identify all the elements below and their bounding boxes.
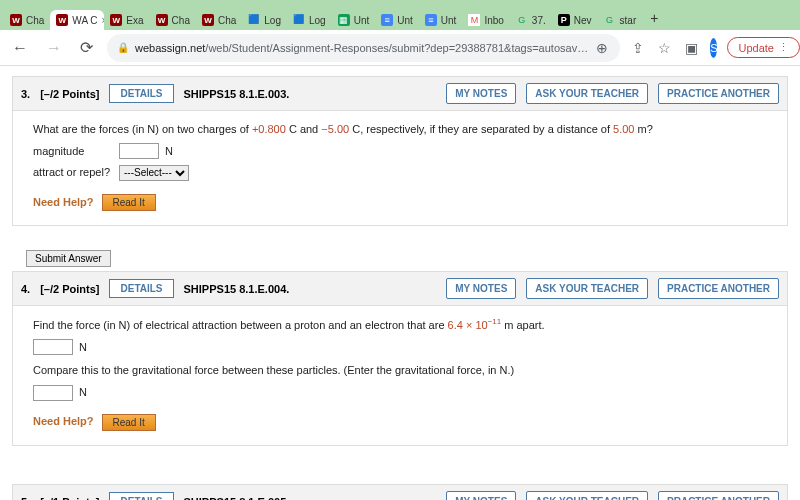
back-button[interactable]: ←: [8, 37, 32, 59]
question-points: [–/2 Points]: [40, 283, 99, 295]
tab-12[interactable]: PNev: [552, 10, 598, 30]
page-content: 3. [–/2 Points] DETAILS SHIPPS15 8.1.E.0…: [0, 66, 800, 500]
question-header: 5. [–/1 Points] DETAILS SHIPPS15 8.1.E.0…: [13, 485, 787, 500]
tab-2[interactable]: WExa: [104, 10, 149, 30]
details-button[interactable]: DETAILS: [109, 279, 173, 298]
question-prompt-line2: Compare this to the gravitational force …: [33, 362, 767, 380]
magnitude-input[interactable]: [119, 143, 159, 159]
tab-label: Log: [264, 15, 281, 26]
favicon-loggerpro-icon: 🟦: [293, 14, 305, 26]
unit-n: N: [79, 339, 87, 357]
ask-teacher-button[interactable]: ASK YOUR TEACHER: [526, 278, 648, 299]
extensions-icon[interactable]: ▣: [683, 38, 700, 58]
favicon-sheets-icon: ▦: [338, 14, 350, 26]
tab-13[interactable]: Gstar: [598, 10, 643, 30]
question-number: 5.: [21, 496, 30, 501]
question-points: [–/1 Points]: [40, 496, 99, 501]
tab-label: Unt: [397, 15, 413, 26]
my-notes-button[interactable]: MY NOTES: [446, 491, 516, 500]
details-button[interactable]: DETAILS: [109, 492, 173, 500]
value-charge1: +0.800: [252, 123, 286, 135]
value-distance: 6.4 × 10−11: [448, 319, 502, 331]
favicon-docs-icon: ≡: [381, 14, 393, 26]
favicon-webassign-icon: W: [110, 14, 122, 26]
question-number: 4.: [21, 283, 30, 295]
attract-repel-select[interactable]: ---Select---: [119, 165, 189, 181]
bookmark-icon[interactable]: ☆: [656, 38, 673, 58]
question-points: [–/2 Points]: [40, 88, 99, 100]
reload-button[interactable]: ⟳: [76, 36, 97, 59]
favicon-webassign-icon: W: [10, 14, 22, 26]
question-reference: SHIPPS15 8.1.E.004.: [184, 283, 290, 295]
tab-11[interactable]: G37.: [510, 10, 552, 30]
favicon-google-icon: G: [604, 14, 616, 26]
question-card-4: 4. [–/2 Points] DETAILS SHIPPS15 8.1.E.0…: [12, 271, 788, 446]
tab-4[interactable]: WCha: [196, 10, 242, 30]
favicon-loggerpro-icon: 🟦: [248, 14, 260, 26]
practice-another-button[interactable]: PRACTICE ANOTHER: [658, 491, 779, 500]
kebab-icon: ⋮: [778, 41, 789, 54]
browser-toolbar: ← → ⟳ 🔒 webassign.net/web/Student/Assign…: [0, 30, 800, 66]
question-reference: SHIPPS15 8.1.E.003.: [184, 88, 290, 100]
gravitational-force-input[interactable]: [33, 385, 73, 401]
tab-label: Cha: [218, 15, 236, 26]
tab-7[interactable]: ▦Unt: [332, 10, 376, 30]
ask-teacher-button[interactable]: ASK YOUR TEACHER: [526, 83, 648, 104]
need-help-row: Need Help? Read It: [33, 413, 767, 431]
search-icon[interactable]: ⊕: [594, 38, 610, 58]
question-number: 3.: [21, 88, 30, 100]
avatar-letter: S: [710, 42, 717, 54]
tab-label: Exa: [126, 15, 143, 26]
question-body: What are the forces (in N) on two charge…: [13, 111, 787, 225]
url-text: webassign.net/web/Student/Assignment-Res…: [135, 42, 588, 54]
question-reference: SHIPPS15 8.1.E.005.: [184, 496, 290, 501]
value-charge2: −5.00: [321, 123, 349, 135]
tab-label: Log: [309, 15, 326, 26]
tab-1-active[interactable]: WWA C×: [50, 10, 104, 30]
read-it-button[interactable]: Read It: [102, 414, 156, 431]
unit-n: N: [79, 384, 87, 402]
favicon-gmail-icon: M: [468, 14, 480, 26]
tab-3[interactable]: WCha: [150, 10, 196, 30]
tab-label: Unt: [441, 15, 457, 26]
tab-5[interactable]: 🟦Log: [242, 10, 287, 30]
submit-answer-button[interactable]: Submit Answer: [26, 250, 111, 267]
tab-10[interactable]: MInbo: [462, 10, 509, 30]
tab-label: WA C: [72, 15, 97, 26]
need-help-row: Need Help? Read It: [33, 194, 767, 212]
ask-teacher-button[interactable]: ASK YOUR TEACHER: [526, 491, 648, 500]
details-button[interactable]: DETAILS: [109, 84, 173, 103]
favicon-google-icon: G: [516, 14, 528, 26]
tab-label: Cha: [172, 15, 190, 26]
favicon-docs-icon: ≡: [425, 14, 437, 26]
tab-label: Nev: [574, 15, 592, 26]
unit-n: N: [165, 143, 173, 161]
tab-0[interactable]: WCha: [4, 10, 50, 30]
my-notes-button[interactable]: MY NOTES: [446, 83, 516, 104]
tab-6[interactable]: 🟦Log: [287, 10, 332, 30]
question-header: 4. [–/2 Points] DETAILS SHIPPS15 8.1.E.0…: [13, 272, 787, 306]
read-it-button[interactable]: Read It: [102, 194, 156, 211]
forward-button[interactable]: →: [42, 37, 66, 59]
practice-another-button[interactable]: PRACTICE ANOTHER: [658, 278, 779, 299]
tab-label: Inbo: [484, 15, 503, 26]
favicon-webassign-icon: W: [56, 14, 68, 26]
question-card-5: 5. [–/1 Points] DETAILS SHIPPS15 8.1.E.0…: [12, 484, 788, 500]
tab-9[interactable]: ≡Unt: [419, 10, 463, 30]
need-help-label: Need Help?: [33, 194, 94, 212]
my-notes-button[interactable]: MY NOTES: [446, 278, 516, 299]
address-bar[interactable]: 🔒 webassign.net/web/Student/Assignment-R…: [107, 34, 620, 62]
electric-force-input[interactable]: [33, 339, 73, 355]
practice-another-button[interactable]: PRACTICE ANOTHER: [658, 83, 779, 104]
profile-avatar[interactable]: S: [710, 38, 717, 58]
magnitude-label: magnitude: [33, 143, 113, 161]
question-prompt-line1: Find the force (in N) of electrical attr…: [33, 316, 767, 334]
share-icon[interactable]: ⇪: [630, 38, 646, 58]
update-button[interactable]: Update⋮: [727, 37, 799, 58]
tab-label: Cha: [26, 15, 44, 26]
favicon-webassign-icon: W: [202, 14, 214, 26]
new-tab-button[interactable]: +: [642, 6, 666, 30]
favicon-news-icon: P: [558, 14, 570, 26]
tab-label: Unt: [354, 15, 370, 26]
tab-8[interactable]: ≡Unt: [375, 10, 419, 30]
